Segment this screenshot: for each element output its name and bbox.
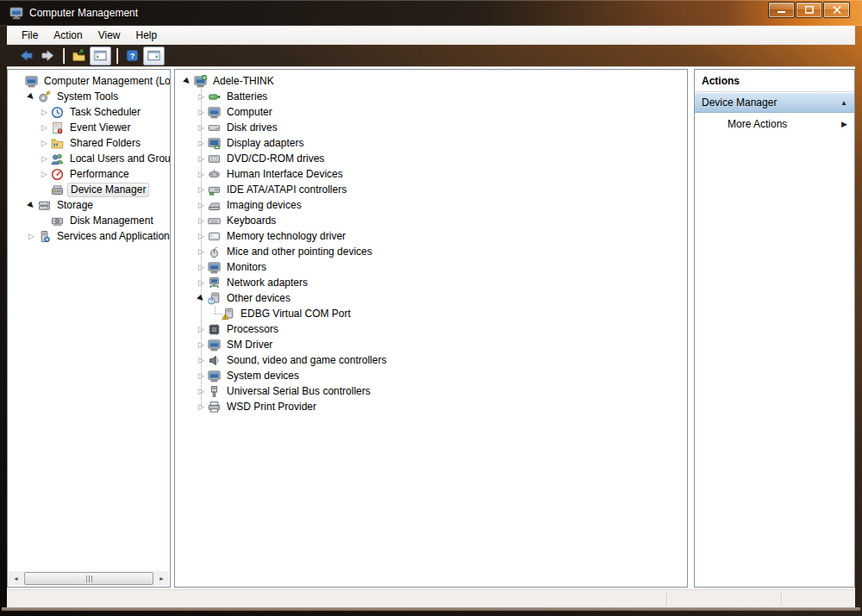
expander-closed-icon[interactable]: ▷ [196,151,207,166]
expander-closed-icon[interactable]: ▷ [39,135,50,151]
tree-item-memory-technology-driver[interactable]: ▷Memory technology driver [175,228,687,244]
expander-closed-icon[interactable]: ▷ [196,368,207,383]
expander-closed-icon[interactable]: ▷ [196,337,207,352]
scrollbar-thumb[interactable] [24,572,153,585]
expander-open-icon[interactable]: ▶ [196,290,207,306]
tree-item-sm-driver[interactable]: ▷SM Driver [175,337,687,352]
expander-closed-icon[interactable]: ▷ [196,89,207,104]
expander-closed-icon[interactable]: ▷ [196,135,207,151]
tree-item-processors[interactable]: ▷Processors [175,321,687,337]
menu-view[interactable]: View [91,27,128,44]
minimize-button[interactable] [768,2,795,18]
expander-closed-icon[interactable]: ▷ [39,120,50,135]
actions-group-device-manager[interactable]: Device Manager ▲ [695,93,854,113]
tree-item-universal-serial-bus-controllers[interactable]: ▷Universal Serial Bus controllers [175,383,687,399]
expander-closed-icon[interactable]: ▷ [196,275,207,290]
expander-closed-icon[interactable]: ▷ [196,182,207,197]
tree-item-batteries[interactable]: ▷Batteries [175,89,687,104]
tree-item-label: WSD Print Provider [224,401,319,414]
tree-item-system-tools[interactable]: ▶System Tools [8,89,170,104]
tree-item-label: Universal Serial Bus controllers [224,385,373,398]
close-button[interactable] [823,2,850,18]
tree-item-event-viewer[interactable]: ▷Event Viewer [8,120,170,135]
tree-item-wsd-print-provider[interactable]: ▷WSD Print Provider [175,399,687,414]
tree-item-computer[interactable]: ▷Computer [175,104,687,120]
tree-item-sound-video-and-game-controllers[interactable]: ▷Sound, video and game controllers [175,352,687,368]
tree-item-network-adapters[interactable]: ▷Network adapters [175,275,687,290]
display-adapter-icon [207,136,221,150]
menu-file[interactable]: File [14,27,46,44]
tree-item-device-manager[interactable]: Device Manager [8,182,170,197]
titlebar[interactable]: Computer Management [0,0,862,26]
window-frame-edge [2,607,860,611]
tree-item-adele-think[interactable]: ▶Adele-THINK [175,73,687,89]
expander-closed-icon[interactable]: ▷ [196,383,207,399]
tree-item-shared-folders[interactable]: ▷Shared Folders [8,135,170,151]
services-icon [37,229,51,243]
horizontal-scrollbar[interactable]: ◄ ► [9,571,169,586]
tree-item-label: EDBG Virtual COM Port [238,308,353,320]
tree-item-storage[interactable]: ▶Storage [8,197,170,213]
tree-item-disk-drives[interactable]: ▷Disk drives [175,120,687,135]
expander-closed-icon[interactable]: ▷ [196,104,207,120]
status-separator [666,592,667,606]
tree-item-system-devices[interactable]: ▷System devices [175,368,687,383]
help-button[interactable]: ? [122,47,142,65]
expander-closed-icon[interactable]: ▷ [196,166,207,182]
expander-closed-icon[interactable]: ▷ [196,120,207,135]
expander-closed-icon[interactable]: ▷ [196,259,207,275]
monitor-icon [207,260,221,274]
expander-closed-icon[interactable]: ▷ [196,321,207,337]
tree-item-local-users-and-groups[interactable]: ▷Local Users and Groups [8,151,170,166]
tree-item-label: Other devices [224,292,293,305]
expander-closed-icon[interactable]: ▷ [196,399,207,414]
tree-item-display-adapters[interactable]: ▷Display adapters [175,135,687,151]
tree-item-edbg-virtual-com-port[interactable]: EDBG Virtual COM Port [175,306,687,321]
scroll-left-button[interactable]: ◄ [9,571,23,586]
menu-action[interactable]: Action [46,27,90,44]
tree-item-human-interface-devices[interactable]: ▷Human Interface Devices [175,166,687,182]
expander-closed-icon[interactable]: ▷ [196,228,207,244]
tree-item-services-and-applications[interactable]: ▷Services and Applications [8,228,170,244]
maximize-button[interactable] [796,2,822,18]
tree-item-keyboards[interactable]: ▷Keyboards [175,213,687,228]
expander-closed-icon[interactable]: ▷ [196,213,207,228]
tree-item-dvd-cd-rom-drives[interactable]: ▷DVD/CD-ROM drives [175,151,687,166]
expander-closed-icon[interactable]: ▷ [196,197,207,213]
back-button[interactable] [16,47,36,65]
tree-item-label: Imaging devices [224,199,304,212]
expander-open-icon[interactable]: ▶ [26,197,37,213]
computer-icon [207,369,221,383]
device-manager-icon [50,183,64,196]
tree-item-monitors[interactable]: ▷Monitors [175,259,687,275]
tree-item-other-devices[interactable]: ▶?Other devices [175,290,687,306]
tree-item-disk-management[interactable]: Disk Management [8,213,170,228]
tree-item-mice-and-other-pointing-devices[interactable]: ▷Mice and other pointing devices [175,244,687,259]
scroll-right-button[interactable]: ► [154,571,169,586]
actions-header: Actions [695,70,854,92]
expander-closed-icon[interactable]: ▷ [39,151,50,166]
expander-closed-icon[interactable]: ▷ [39,166,50,182]
usb-icon [207,384,221,398]
menu-help[interactable]: Help [128,27,166,44]
chevron-up-icon[interactable]: ▲ [840,99,847,107]
export-list-button[interactable] [68,47,89,65]
expander-closed-icon[interactable]: ▷ [26,228,37,244]
expander-open-icon[interactable]: ▶ [182,73,193,89]
computer-management-window: Computer Management FileActionViewHelp ?… [0,0,862,616]
tree-item-ide-ata-atapi-controllers[interactable]: ▷IDE ATA/ATAPI controllers [175,182,687,197]
tree-item-performance[interactable]: ▷Performance [8,166,170,182]
forward-button[interactable] [37,47,58,65]
expander-closed-icon[interactable]: ▷ [196,244,207,259]
expander-closed-icon[interactable]: ▷ [39,104,50,120]
more-actions-item[interactable]: More Actions ▶ [695,113,854,135]
expander-open-icon[interactable]: ▶ [26,89,37,104]
tree-item-computer-management-local[interactable]: Computer Management (Local) [8,73,170,89]
show-console-tree-button[interactable] [90,47,111,65]
tree-item-task-scheduler[interactable]: ▷Task Scheduler [8,104,170,120]
expander-closed-icon[interactable]: ▷ [196,352,207,368]
toolbar-separator [63,48,64,64]
show-action-pane-button[interactable] [143,47,165,65]
toolbar-separator [116,48,117,64]
tree-item-imaging-devices[interactable]: ▷Imaging devices [175,197,687,213]
